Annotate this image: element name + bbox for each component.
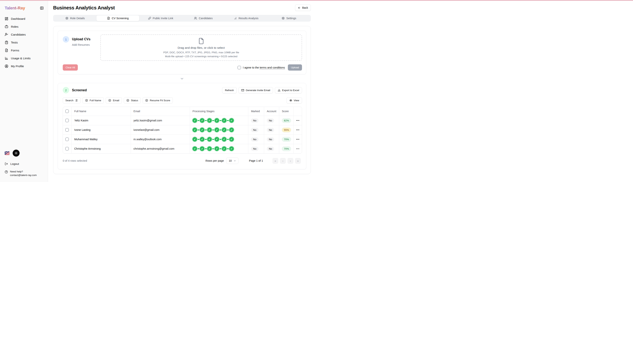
dropzone-quota: Multi-file upload • 225 CV screenings re… [165, 55, 237, 58]
filter-chip-full-name[interactable]: Full Name [83, 97, 104, 104]
column-header-full-name: Full Name [72, 107, 131, 116]
gear-icon [65, 17, 68, 20]
step-number-badge: 1 [63, 36, 69, 42]
stage-connector [212, 148, 214, 149]
clear-all-button[interactable]: Clear All [63, 64, 78, 70]
top-accent-bar [0, 0, 316, 1]
sidebar-item-usage-limits[interactable]: Usage & Limits [5, 56, 44, 60]
sidebar-item-roles[interactable]: Roles [5, 25, 44, 28]
row-checkbox[interactable] [65, 147, 69, 150]
tab-results-analysis[interactable]: Results Analysis [225, 16, 267, 21]
column-header-score: Score [279, 107, 294, 116]
row-actions-menu[interactable] [296, 148, 299, 149]
tab-public-invite-link[interactable]: Public Invite Link [139, 16, 182, 21]
table-row: Christophe Armstrong christophe.armstron… [63, 144, 302, 154]
stage-complete-check-icon: ✓ [193, 128, 197, 132]
candidate-email: ivonelast@gmail.com [131, 125, 190, 134]
file-dropzone[interactable]: Drag and drop files, or click to select … [100, 34, 302, 61]
first-page-button[interactable]: « [272, 158, 278, 164]
column-header-marked: Marked [248, 107, 264, 116]
generate-invite-email-button[interactable]: Generate Invite Email [238, 87, 273, 93]
stage-connector [212, 139, 214, 140]
stage-connector [197, 148, 200, 149]
last-page-button[interactable]: » [295, 158, 301, 164]
filter-chip-resume-fit-score[interactable]: Resume Fit Score [143, 97, 173, 104]
row-actions-menu[interactable] [296, 130, 299, 130]
plus-circle-icon [85, 99, 88, 102]
sidebar-item-forms[interactable]: Forms [5, 48, 44, 52]
terms-checkbox[interactable] [238, 66, 241, 69]
candidate-email: christophe.armstrong@gmail.com [131, 144, 190, 154]
back-label: Back [302, 6, 308, 9]
sidebar-item-label: Usage & Limits [11, 57, 31, 60]
processing-stages: ✓✓✓✓✓✓ [193, 128, 246, 132]
row-actions-menu[interactable] [296, 120, 299, 121]
candidate-name: Yeliz Kasim [72, 116, 131, 125]
export-to-excel-button[interactable]: Export to Excel [275, 87, 302, 93]
collapse-section-control[interactable] [58, 74, 306, 83]
account-badge: No [267, 137, 274, 142]
score-badge: 70% [282, 146, 291, 151]
tab-candidates[interactable]: Candidates [182, 16, 225, 21]
sidebar-item-tests[interactable]: Tests [5, 41, 44, 44]
stage-complete-check-icon: ✓ [222, 146, 226, 151]
tab-role-details[interactable]: Role Details [54, 16, 97, 21]
previous-page-button[interactable]: ‹ [280, 158, 286, 164]
plus-circle-icon [126, 99, 129, 102]
row-checkbox[interactable] [65, 128, 69, 132]
stage-complete-check-icon: ✓ [207, 118, 212, 123]
column-header-processing-stages: Processing Stages [190, 107, 248, 116]
select-all-checkbox[interactable] [65, 110, 69, 113]
stage-complete-check-icon: ✓ [207, 146, 212, 151]
stage-connector [219, 148, 222, 149]
tab-cv-screening[interactable]: CV Screening [97, 16, 139, 21]
row-actions-menu[interactable] [296, 139, 299, 140]
tab-label: Public Invite Link [153, 17, 173, 20]
stage-complete-check-icon: ✓ [215, 128, 219, 132]
upload-button[interactable]: Upload [288, 64, 302, 70]
eye-icon [289, 99, 292, 102]
help-title: Need help? [10, 170, 23, 173]
tab-label: Settings [286, 17, 296, 20]
stage-connector [227, 148, 229, 149]
arrow-left-icon [298, 6, 301, 9]
tab-settings[interactable]: Settings [267, 16, 310, 21]
sidebar-item-label: Roles [11, 25, 19, 28]
view-button[interactable]: View [286, 97, 302, 104]
refresh-button[interactable]: Refresh [222, 87, 237, 93]
row-checkbox[interactable] [65, 138, 69, 141]
logout-button[interactable]: Logout [5, 162, 44, 166]
sidebar-item-label: Dashboard [11, 17, 25, 20]
language-flag-icon[interactable] [5, 151, 10, 155]
filter-chip-email[interactable]: Email [106, 97, 122, 104]
export-excel-label: Export to Excel [282, 89, 299, 92]
theme-toggle-button[interactable] [13, 150, 20, 156]
processing-stages: ✓✓✓✓✓✓ [193, 146, 246, 151]
stage-connector [219, 139, 222, 140]
file-icon [198, 38, 205, 46]
sidebar-item-dashboard[interactable]: Dashboard [5, 17, 44, 20]
sidebar-item-my-profile[interactable]: My Profile [5, 64, 44, 68]
terms-link[interactable]: terms and conditions [260, 66, 285, 70]
back-button[interactable]: Back [295, 4, 311, 11]
filter-chip-status[interactable]: Status [124, 97, 141, 104]
next-page-button[interactable]: › [287, 158, 293, 164]
help-contact[interactable]: Need help? contact@talent-ray.com [5, 170, 44, 177]
user-check-icon [5, 33, 8, 36]
row-checkbox[interactable] [65, 119, 69, 122]
dashboard-icon [5, 17, 8, 20]
stage-connector [227, 120, 229, 121]
sidebar-item-candidates[interactable]: Candidates [5, 33, 44, 36]
main-content: Business Analytics Analyst Back Role Det… [48, 0, 316, 182]
help-circle-icon [5, 170, 8, 174]
download-icon [278, 89, 280, 92]
search-filter-button[interactable]: Search [63, 97, 81, 104]
link-icon [148, 17, 151, 20]
rows-per-page-select[interactable]: 10 [226, 158, 238, 164]
sidebar-collapse-button[interactable] [40, 6, 44, 10]
table-row: Ivone Lasting ivonelast@gmail.com ✓✓✓✓✓✓… [63, 125, 302, 134]
page-indicator: Page 1 of 1 [249, 159, 263, 162]
document-icon [107, 17, 110, 20]
candidate-name: Muhammad Walley [72, 134, 131, 144]
table-row: Yeliz Kasim yeliz.kasim@gmail.com ✓✓✓✓✓✓… [63, 116, 302, 125]
